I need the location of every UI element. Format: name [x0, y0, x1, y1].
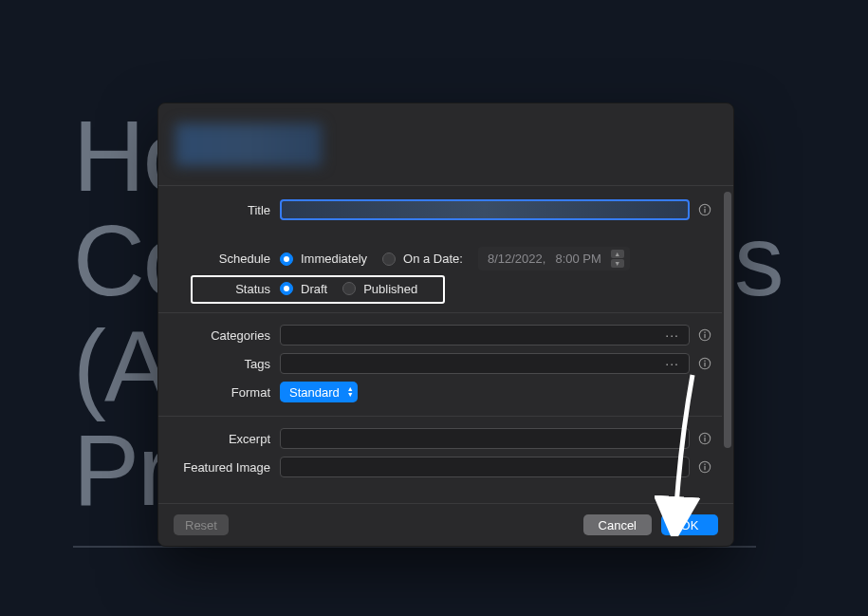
svg-rect-5	[704, 332, 705, 333]
schedule-date-label: On a Date:	[403, 252, 463, 266]
ok-button[interactable]: OK	[661, 514, 718, 535]
svg-rect-1	[704, 209, 705, 213]
dialog-header	[158, 103, 733, 185]
date-stepper[interactable]: ▲▼	[611, 250, 624, 268]
featured-image-input[interactable]	[280, 457, 690, 477]
featured-image-label: Featured Image	[168, 460, 280, 475]
title-input[interactable]	[280, 199, 690, 220]
svg-rect-10	[704, 438, 705, 441]
schedule-date-field[interactable]: 8/12/2022, 8:00 PM ▲▼	[478, 247, 630, 271]
svg-rect-13	[704, 466, 705, 470]
excerpt-label: Excerpt	[168, 432, 280, 446]
schedule-date-value: 8/12/2022,	[488, 252, 545, 266]
svg-rect-11	[704, 436, 705, 437]
info-icon[interactable]	[697, 431, 712, 446]
status-label: Status	[168, 282, 280, 296]
schedule-date-radio[interactable]	[382, 252, 396, 266]
reset-button[interactable]: Reset	[174, 514, 229, 535]
info-icon[interactable]	[697, 459, 712, 475]
format-label: Format	[168, 385, 280, 400]
cancel-button[interactable]: Cancel	[583, 514, 652, 535]
categories-label: Categories	[168, 328, 280, 343]
post-settings-dialog: Title Schedule Immediately On a Date:	[157, 103, 734, 547]
svg-rect-14	[704, 464, 705, 465]
status-draft-radio[interactable]	[280, 282, 293, 295]
status-published-radio[interactable]	[342, 282, 356, 295]
format-select[interactable]: Standard ▲▼	[280, 382, 358, 402]
schedule-immediately-radio[interactable]	[280, 252, 293, 266]
header-image-placeholder	[175, 123, 322, 166]
categories-input[interactable]: ···	[280, 325, 690, 345]
format-value: Standard	[289, 385, 340, 400]
tags-input[interactable]: ···	[280, 353, 690, 374]
schedule-time-value: 8:00 PM	[555, 252, 600, 266]
info-icon[interactable]	[697, 202, 712, 217]
tags-label: Tags	[168, 357, 280, 371]
dialog-footer: Reset Cancel OK	[158, 504, 733, 546]
status-published-label: Published	[363, 282, 417, 296]
dialog-body: Title Schedule Immediately On a Date:	[158, 185, 733, 504]
schedule-immediately-label: Immediately	[301, 252, 367, 266]
title-label: Title	[168, 203, 280, 217]
svg-rect-8	[704, 361, 705, 362]
vertical-scrollbar[interactable]	[724, 192, 731, 448]
status-draft-label: Draft	[301, 282, 327, 296]
info-icon[interactable]	[697, 327, 712, 343]
excerpt-input[interactable]	[280, 428, 690, 449]
svg-rect-4	[704, 334, 705, 338]
info-icon[interactable]	[697, 356, 712, 371]
svg-rect-2	[704, 207, 705, 208]
svg-rect-7	[704, 363, 705, 366]
schedule-label: Schedule	[168, 252, 280, 266]
